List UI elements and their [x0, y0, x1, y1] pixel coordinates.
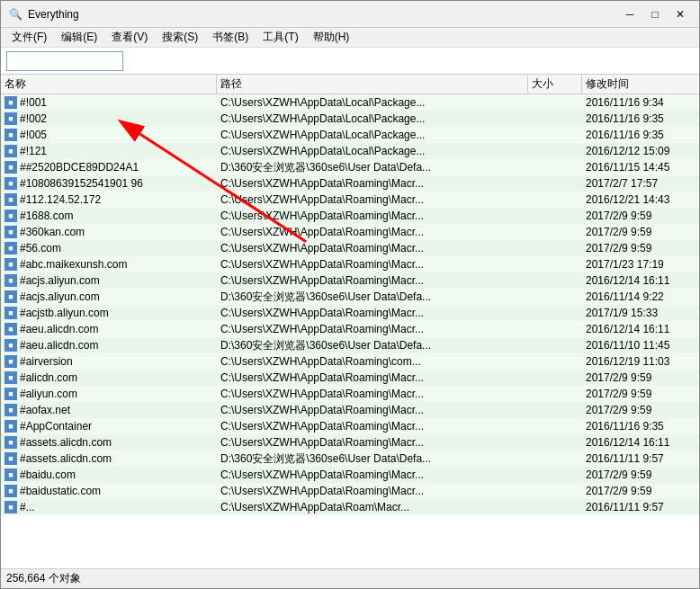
table-row[interactable]: ■#!121C:\Users\XZWH\AppData\Local\Packag…: [1, 143, 699, 159]
file-icon: ■: [4, 112, 17, 125]
file-name: #!001: [20, 96, 47, 109]
file-name-cell: ■#acjstb.aliyun.com: [1, 305, 217, 321]
file-name-cell: ■#!001: [1, 94, 217, 111]
file-modified-cell: 2016/12/19 11:03: [582, 353, 699, 370]
status-count: 256,664 个对象: [6, 571, 81, 586]
file-name: #acjs.aliyun.com: [20, 274, 100, 287]
col-header-size[interactable]: 大小: [528, 75, 582, 94]
table-row[interactable]: ■#10808639152541901 96C:\Users\XZWH\AppD…: [1, 175, 699, 192]
table-row[interactable]: ■#assets.alicdn.comD:\360安全浏览器\360se6\Us…: [1, 451, 699, 467]
file-name: #AppContainer: [20, 420, 92, 433]
minimize-button[interactable]: ─: [618, 5, 642, 23]
file-path-cell: C:\Users\XZWH\AppData\Roaming\Macr...: [217, 386, 528, 402]
file-icon: ■: [4, 469, 17, 481]
table-row[interactable]: ■#!001C:\Users\XZWH\AppData\Local\Packag…: [1, 94, 699, 111]
file-path-cell: C:\Users\XZWH\AppData\Roaming\Macr...: [217, 208, 528, 224]
menu-item[interactable]: 搜索(S): [155, 28, 205, 47]
menu-item[interactable]: 工具(T): [256, 28, 305, 47]
file-path-cell: C:\Users\XZWH\AppData\Roaming\Macr...: [217, 483, 528, 499]
table-row[interactable]: ■##2520BDCE89DD24A1D:\360安全浏览器\360se6\Us…: [1, 159, 699, 175]
table-row[interactable]: ■#aeu.alicdn.comD:\360安全浏览器\360se6\User …: [1, 337, 699, 353]
file-icon: ■: [4, 290, 17, 303]
file-name-cell: ■#aofax.net: [1, 402, 217, 418]
file-size-cell: [528, 224, 582, 240]
table-row[interactable]: ■#1688.comC:\Users\XZWH\AppData\Roaming\…: [1, 208, 699, 224]
file-name: #!002: [20, 112, 47, 125]
file-name-cell: ■#airversion: [1, 353, 217, 370]
file-path-cell: D:\360安全浏览器\360se6\User Data\Defa...: [217, 337, 528, 353]
file-path-cell: C:\Users\XZWH\AppData\Local\Package...: [217, 127, 528, 143]
file-name-cell: ■##2520BDCE89DD24A1: [1, 159, 217, 175]
file-modified-cell: 2017/2/9 9:59: [582, 483, 699, 499]
menu-item[interactable]: 编辑(E): [54, 28, 104, 47]
table-row[interactable]: ■#...C:\Users\XZWH\AppData\Roam\Macr...2…: [1, 499, 699, 515]
col-header-modified[interactable]: 修改时间: [582, 75, 699, 94]
file-icon: ■: [4, 177, 17, 190]
file-path-cell: C:\Users\XZWH\AppData\Roaming\com...: [217, 353, 528, 370]
table-row[interactable]: ■#acjstb.aliyun.comC:\Users\XZWH\AppData…: [1, 305, 699, 321]
file-name: #10808639152541901 96: [20, 177, 143, 190]
file-name: #!005: [20, 129, 47, 141]
file-name-cell: ■#alicdn.com: [1, 370, 217, 386]
file-size-cell: [528, 434, 582, 451]
maximize-button[interactable]: □: [643, 5, 667, 23]
file-icon: ■: [4, 339, 17, 352]
table-row[interactable]: ■#!002C:\Users\XZWH\AppData\Local\Packag…: [1, 111, 699, 127]
table-row[interactable]: ■#!005C:\Users\XZWH\AppData\Local\Packag…: [1, 127, 699, 143]
table-row[interactable]: ■#acjs.aliyun.comD:\360安全浏览器\360se6\User…: [1, 289, 699, 305]
file-name: #abc.maikexunsh.com: [20, 258, 127, 271]
table-row[interactable]: ■#baidu.comC:\Users\XZWH\AppData\Roaming…: [1, 467, 699, 483]
table-row[interactable]: ■#baidustatic.comC:\Users\XZWH\AppData\R…: [1, 483, 699, 499]
table-row[interactable]: ■#AppContainerC:\Users\XZWH\AppData\Roam…: [1, 418, 699, 434]
file-name-cell: ■#!002: [1, 111, 217, 127]
file-icon: ■: [4, 388, 17, 400]
file-name-cell: ■#baidustatic.com: [1, 483, 217, 499]
file-modified-cell: 2017/2/9 9:59: [582, 208, 699, 224]
table-row[interactable]: ■#aeu.alicdn.comC:\Users\XZWH\AppData\Ro…: [1, 321, 699, 337]
column-header: 名称 路径 大小 修改时间: [1, 75, 699, 94]
table-row[interactable]: ■#airversionC:\Users\XZWH\AppData\Roamin…: [1, 353, 699, 370]
table-row[interactable]: ■#assets.alicdn.comC:\Users\XZWH\AppData…: [1, 434, 699, 451]
file-path-cell: C:\Users\XZWH\AppData\Roaming\Macr...: [217, 256, 528, 272]
file-size-cell: [528, 418, 582, 434]
file-modified-cell: 2017/2/9 9:59: [582, 386, 699, 402]
table-row[interactable]: ■#aliyun.comC:\Users\XZWH\AppData\Roamin…: [1, 386, 699, 402]
file-modified-cell: 2016/11/16 9:35: [582, 111, 699, 127]
file-size-cell: [528, 499, 582, 515]
file-size-cell: [528, 289, 582, 305]
menu-item[interactable]: 书签(B): [205, 28, 256, 47]
file-size-cell: [528, 353, 582, 370]
file-modified-cell: 2016/12/21 14:43: [582, 192, 699, 208]
file-path-cell: C:\Users\XZWH\AppData\Roaming\Macr...: [217, 418, 528, 434]
file-path-cell: C:\Users\XZWH\AppData\Roaming\Macr...: [217, 467, 528, 483]
table-row[interactable]: ■#56.comC:\Users\XZWH\AppData\Roaming\Ma…: [1, 240, 699, 256]
col-header-path[interactable]: 路径: [217, 75, 528, 94]
file-path-cell: C:\Users\XZWH\AppData\Roaming\Macr...: [217, 402, 528, 418]
table-row[interactable]: ■#112.124.52.172C:\Users\XZWH\AppData\Ro…: [1, 192, 699, 208]
file-icon: ■: [4, 145, 17, 157]
file-modified-cell: 2017/2/9 9:59: [582, 402, 699, 418]
table-row[interactable]: ■#aofax.netC:\Users\XZWH\AppData\Roaming…: [1, 402, 699, 418]
table-row[interactable]: ■#abc.maikexunsh.comC:\Users\XZWH\AppDat…: [1, 256, 699, 272]
menu-item[interactable]: 查看(V): [104, 28, 155, 47]
file-modified-cell: 2016/12/14 16:11: [582, 321, 699, 337]
file-size-cell: [528, 467, 582, 483]
search-input[interactable]: [6, 51, 123, 71]
file-icon: ■: [4, 258, 17, 271]
col-header-name[interactable]: 名称: [1, 75, 217, 94]
file-path-cell: C:\Users\XZWH\AppData\Local\Package...: [217, 94, 528, 111]
table-row[interactable]: ■#360kan.comC:\Users\XZWH\AppData\Roamin…: [1, 224, 699, 240]
file-name: #aeu.alicdn.com: [20, 339, 98, 352]
file-icon: ■: [4, 371, 17, 384]
table-row[interactable]: ■#alicdn.comC:\Users\XZWH\AppData\Roamin…: [1, 370, 699, 386]
file-rows: ■#!001C:\Users\XZWH\AppData\Local\Packag…: [1, 94, 699, 515]
file-size-cell: [528, 272, 582, 289]
file-name: #airversion: [20, 355, 73, 368]
table-row[interactable]: ■#acjs.aliyun.comC:\Users\XZWH\AppData\R…: [1, 272, 699, 289]
menu-item[interactable]: 帮助(H): [306, 28, 357, 47]
file-name-cell: ■#56.com: [1, 240, 217, 256]
file-name-cell: ■#...: [1, 499, 217, 515]
close-button[interactable]: ✕: [669, 5, 692, 23]
file-list[interactable]: ■#!001C:\Users\XZWH\AppData\Local\Packag…: [1, 94, 699, 568]
menu-item[interactable]: 文件(F): [4, 28, 54, 47]
